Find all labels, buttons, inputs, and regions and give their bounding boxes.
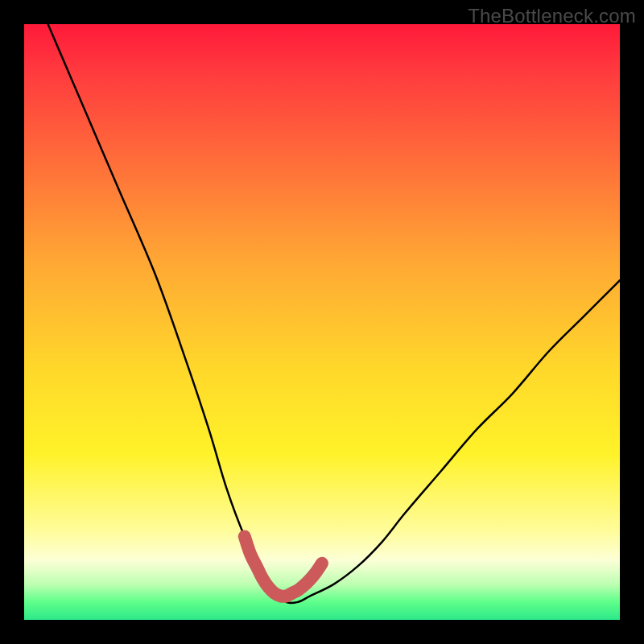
chart-plot-area [24, 24, 620, 620]
bottleneck-curve [48, 24, 620, 603]
watermark-text: TheBottleneck.com [468, 5, 636, 27]
bottleneck-curve-svg [24, 24, 620, 620]
sweet-spot-marker [245, 536, 322, 596]
